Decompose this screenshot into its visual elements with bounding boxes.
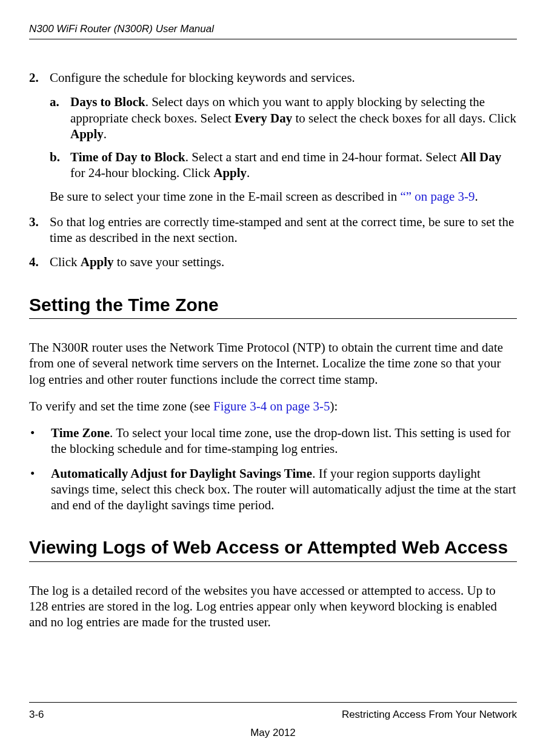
- bullet-text: Automatically Adjust for Daylight Saving…: [51, 466, 517, 513]
- every-day-label: Every Day: [235, 111, 292, 125]
- page-footer: 3-6 Restricting Access From Your Network…: [29, 702, 517, 739]
- text-fragment: for 24-hour blocking. Click: [70, 166, 213, 180]
- page-number: 3-6: [29, 709, 44, 721]
- footer-rule: [29, 702, 517, 703]
- text-fragment: .: [475, 189, 478, 204]
- running-header: N300 WiFi Router (N300R) User Manual: [29, 23, 517, 35]
- text-fragment: . Select a start and end time in 24-hour…: [185, 150, 460, 164]
- days-to-block-label: Days to Block: [70, 95, 145, 109]
- step-3: 3. So that log entries are correctly tim…: [29, 214, 517, 246]
- text-fragment: .: [247, 166, 250, 180]
- text-fragment: to select the check boxes for all days. …: [292, 111, 516, 125]
- heading-rule: [29, 561, 517, 562]
- bullet-time-zone: • Time Zone. To select your local time z…: [29, 425, 517, 457]
- substep-letter: b.: [50, 149, 70, 181]
- substep-text: Time of Day to Block. Select a start and…: [70, 149, 517, 181]
- step-text: Configure the schedule for blocking keyw…: [50, 70, 517, 85]
- bullet-marker: •: [29, 425, 51, 457]
- all-day-label: All Day: [460, 150, 501, 164]
- step-4: 4. Click Apply to save your settings.: [29, 254, 517, 270]
- footer-date: May 2012: [29, 727, 517, 739]
- apply-label: Apply: [213, 166, 247, 180]
- step-number: 2.: [29, 70, 50, 85]
- body-content: 2. Configure the schedule for blocking k…: [29, 70, 517, 631]
- text-fragment: Be sure to select your time zone in the …: [50, 189, 400, 204]
- chapter-title: Restricting Access From Your Network: [342, 709, 517, 721]
- bullet-text: Time Zone. To select your local time zon…: [51, 425, 517, 457]
- heading-rule: [29, 318, 517, 319]
- step-2: 2. Configure the schedule for blocking k…: [29, 70, 517, 85]
- header-rule: [29, 39, 517, 39]
- step-2a: a. Days to Block. Select days on which y…: [50, 94, 517, 142]
- logs-paragraph: The log is a detailed record of the webs…: [29, 583, 517, 631]
- text-fragment: ):: [330, 399, 338, 413]
- text-fragment: To verify and set the time zone (see: [29, 399, 213, 413]
- bullet-dst: • Automatically Adjust for Daylight Savi…: [29, 466, 517, 513]
- step-2b: b. Time of Day to Block. Select a start …: [50, 149, 517, 181]
- heading-logs: Viewing Logs of Web Access or Attempted …: [29, 536, 517, 559]
- footer-row: 3-6 Restricting Access From Your Network: [29, 709, 517, 721]
- tz-paragraph-1: The N300R router uses the Network Time P…: [29, 340, 517, 387]
- apply-label: Apply: [70, 127, 104, 141]
- heading-time-zone: Setting the Time Zone: [29, 293, 517, 316]
- figure-ref-link[interactable]: Figure 3-4 on page 3-5: [213, 399, 330, 413]
- step-text: Click Apply to save your settings.: [50, 254, 517, 270]
- text-fragment: Click: [50, 255, 81, 269]
- step-text: So that log entries are correctly time-s…: [50, 214, 517, 246]
- text-fragment: .: [104, 127, 107, 141]
- time-of-day-label: Time of Day to Block: [70, 150, 185, 164]
- text-fragment: . To select your local time zone, use th…: [51, 426, 511, 456]
- step-2-note: Be sure to select your time zone in the …: [50, 189, 517, 204]
- dst-label: Automatically Adjust for Daylight Saving…: [51, 466, 312, 481]
- time-zone-label: Time Zone: [51, 426, 110, 440]
- step-number: 3.: [29, 214, 50, 246]
- substep-letter: a.: [50, 94, 70, 142]
- step-number: 4.: [29, 254, 50, 270]
- substep-text: Days to Block. Select days on which you …: [70, 94, 517, 142]
- cross-ref-link[interactable]: “” on page 3-9: [400, 189, 474, 204]
- apply-label: Apply: [81, 255, 114, 269]
- bullet-marker: •: [29, 466, 51, 513]
- text-fragment: to save your settings.: [114, 255, 225, 269]
- page: N300 WiFi Router (N300R) User Manual 2. …: [0, 0, 546, 756]
- tz-paragraph-2: To verify and set the time zone (see Fig…: [29, 398, 517, 414]
